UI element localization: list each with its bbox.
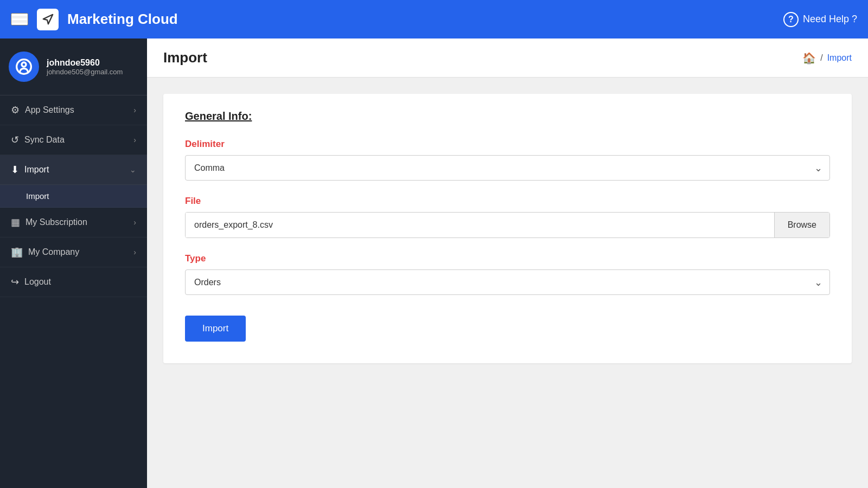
app-title: Marketing Cloud (67, 11, 178, 28)
user-name: johndoe5960 (47, 58, 123, 68)
file-group: File Browse (185, 196, 830, 238)
file-input[interactable] (186, 213, 774, 237)
hamburger-button[interactable] (11, 13, 28, 25)
sidebar-item-app-settings[interactable]: ⚙ App Settings › (0, 95, 147, 125)
delimiter-select-wrapper: Comma Semicolon Tab Pipe ⌄ (185, 155, 830, 181)
download-icon: ⬇ (11, 164, 19, 176)
help-label: Need Help ? (803, 14, 857, 25)
section-title: General Info: (185, 110, 830, 123)
sidebar-item-label: Import (24, 165, 49, 175)
sidebar-item-label: My Company (28, 247, 79, 257)
top-header: Marketing Cloud ? Need Help ? (0, 0, 868, 38)
gear-icon: ⚙ (11, 104, 20, 116)
import-button[interactable]: Import (185, 316, 246, 342)
delimiter-label: Delimiter (185, 139, 830, 150)
file-label: File (185, 196, 830, 207)
company-icon: 🏢 (11, 246, 23, 258)
chevron-right-icon: › (133, 248, 136, 256)
layout: johndoe5960 johndoe505@gmail.com ⚙ App S… (0, 38, 868, 488)
page-header: Import 🏠 / Import (147, 38, 868, 78)
type-group: Type Orders Customers Products ⌄ (185, 253, 830, 295)
sidebar-item-sync-data[interactable]: ↺ Sync Data › (0, 125, 147, 155)
avatar (9, 52, 39, 82)
sidebar-item-import-sub[interactable]: Import (0, 185, 147, 208)
main-content: Import 🏠 / Import General Info: Delimite… (147, 38, 868, 488)
type-label: Type (185, 253, 830, 264)
browse-button[interactable]: Browse (774, 213, 829, 237)
file-input-wrapper: Browse (185, 212, 830, 238)
sidebar-sub-item-label: Import (26, 191, 49, 201)
breadcrumb-current: Import (827, 53, 852, 63)
chevron-right-icon: › (133, 218, 136, 227)
sidebar-item-label: My Subscription (25, 217, 87, 227)
user-section: johndoe5960 johndoe505@gmail.com (0, 38, 147, 95)
sidebar-item-my-subscription[interactable]: ▦ My Subscription › (0, 208, 147, 237)
home-icon[interactable]: 🏠 (802, 52, 816, 65)
delimiter-group: Delimiter Comma Semicolon Tab Pipe ⌄ (185, 139, 830, 181)
chevron-right-icon: › (133, 106, 136, 114)
help-button[interactable]: ? Need Help ? (783, 12, 857, 27)
chevron-down-icon: ⌄ (130, 165, 136, 174)
user-email: johndoe505@gmail.com (47, 68, 123, 76)
sidebar: johndoe5960 johndoe505@gmail.com ⚙ App S… (0, 38, 147, 488)
sidebar-item-label: Logout (24, 277, 51, 287)
chevron-right-icon: › (133, 136, 136, 144)
help-icon: ? (783, 12, 799, 27)
sidebar-item-label: App Settings (25, 105, 74, 115)
form-card: General Info: Delimiter Comma Semicolon … (163, 94, 852, 363)
sidebar-item-import[interactable]: ⬇ Import ⌄ (0, 155, 147, 185)
sidebar-item-my-company[interactable]: 🏢 My Company › (0, 237, 147, 267)
sidebar-item-label: Sync Data (24, 135, 65, 145)
nav-list: ⚙ App Settings › ↺ Sync Data › ⬇ Import … (0, 95, 147, 297)
notification-button[interactable] (37, 9, 59, 30)
delimiter-select[interactable]: Comma Semicolon Tab Pipe (185, 155, 830, 181)
sidebar-item-logout[interactable]: ↪ Logout (0, 267, 147, 297)
type-select-wrapper: Orders Customers Products ⌄ (185, 269, 830, 295)
svg-point-2 (22, 62, 26, 67)
subscription-icon: ▦ (11, 216, 20, 228)
breadcrumb: 🏠 / Import (802, 52, 852, 65)
page-title: Import (163, 49, 207, 66)
sync-icon: ↺ (11, 134, 19, 146)
header-left: Marketing Cloud (11, 9, 178, 30)
breadcrumb-separator: / (820, 53, 822, 63)
content-area: General Info: Delimiter Comma Semicolon … (147, 78, 868, 380)
user-info: johndoe5960 johndoe505@gmail.com (47, 58, 123, 76)
logout-icon: ↪ (11, 276, 19, 288)
type-select[interactable]: Orders Customers Products (185, 269, 830, 295)
svg-marker-0 (43, 14, 53, 23)
